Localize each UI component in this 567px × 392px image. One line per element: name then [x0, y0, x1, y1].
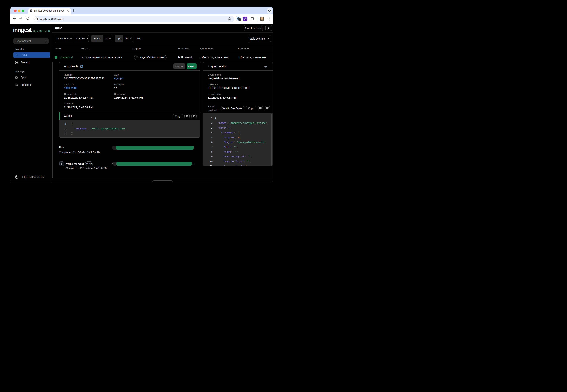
chevron-down-icon: [267, 38, 269, 40]
send-to-dev-server-button[interactable]: Send to Dev Server: [221, 106, 244, 111]
password-extension-icon[interactable]: [236, 16, 241, 21]
app-label: App: [117, 37, 121, 40]
settings-gear-button[interactable]: [266, 25, 272, 31]
time-filter-group: Queued at Last 3d: [55, 35, 89, 42]
column-header-ended: Ended at: [238, 47, 249, 50]
run-details-header: Run details Cancel Rerun: [59, 62, 200, 70]
function-link[interactable]: hello-world: [64, 86, 77, 89]
row-trigger-name: inngest/function.invoked: [140, 56, 165, 59]
reload-button[interactable]: [26, 16, 30, 20]
sidebar-item-label: Functions: [21, 83, 32, 86]
trigger-details-header: Trigger details: [203, 62, 273, 70]
url-bar[interactable]: localhost:8288/runs: [33, 16, 234, 22]
step-timeline-bar[interactable]: [116, 162, 192, 166]
minimize-window-button[interactable]: [18, 10, 20, 12]
main-panel: Runs Send Test Event Queued at L: [52, 24, 273, 182]
output-code-block[interactable]: 1{2 "message": "Hello test@example.com!"…: [59, 120, 200, 137]
payload-expand-button[interactable]: [265, 106, 270, 111]
help-and-feedback[interactable]: Help and Feedback: [15, 175, 44, 179]
apps-icon: [15, 76, 18, 79]
run-timeline-bar[interactable]: [116, 146, 194, 150]
select-chevrons-icon: [44, 40, 47, 42]
output-copy-button[interactable]: Copy: [173, 114, 183, 118]
table-header: Status Run ID Trigger Function Queued at…: [52, 45, 273, 52]
environment-select[interactable]: Development: [13, 38, 49, 44]
timeline-run-label: Run: [59, 146, 64, 149]
tab-curve: [71, 13, 73, 14]
field-label: Duration: [114, 83, 124, 86]
tab-close-icon[interactable]: [67, 10, 69, 12]
time-field-dropdown[interactable]: Queued at: [55, 35, 74, 42]
sidebar-item-stream[interactable]: Stream: [13, 60, 50, 65]
browser-menu-icon[interactable]: [269, 16, 269, 21]
code-line: 9 "source_app_id": "",: [203, 154, 273, 159]
payload-copy-button[interactable]: Copy: [246, 106, 256, 111]
expand-lines-icon: [193, 115, 195, 117]
tab-strip: Inngest Development Server: [10, 7, 273, 14]
zoom-window-button[interactable]: [22, 10, 24, 12]
open-external-icon[interactable]: [80, 65, 83, 68]
column-header-trigger: Trigger: [132, 47, 141, 50]
output-header: Output Copy: [59, 112, 200, 120]
sidebar-item-label: Apps: [21, 76, 27, 79]
back-button[interactable]: [13, 16, 16, 20]
site-info-icon[interactable]: [34, 16, 39, 22]
profile-avatar[interactable]: [260, 16, 264, 21]
status-filter-dropdown[interactable]: All: [103, 35, 112, 42]
output-wrap-button[interactable]: [184, 114, 190, 118]
payload-code-block[interactable]: 1{2 "name": "inngest/function.invoked",3…: [203, 113, 273, 166]
help-icon: [15, 175, 19, 179]
queued-at-value: 11/16/2024, 3:49:57 PM: [64, 96, 93, 99]
table-columns-dropdown[interactable]: Table columns: [248, 35, 271, 42]
run-table-row[interactable]: Completed 01JCVBTMV3WXY9D3CFDEJFZSB1 inn…: [52, 52, 273, 62]
column-header-run-id: Run ID: [81, 47, 90, 50]
row-trigger-badge[interactable]: inngest/function.invoked: [134, 55, 167, 60]
collapse-panel-icon[interactable]: [264, 65, 268, 68]
help-label: Help and Feedback: [21, 176, 44, 179]
code-line: 4 "_inngest": {: [203, 130, 273, 135]
output-accent-bar: [59, 112, 60, 120]
column-header-queued: Queued at: [200, 47, 213, 50]
sidebar-item-functions[interactable]: Functions: [13, 82, 50, 88]
inngest-logo: inngest: [13, 27, 31, 33]
output-expand-button[interactable]: [191, 114, 197, 118]
field-label: Queued at: [64, 93, 76, 95]
row-function: hello-world: [178, 56, 192, 59]
extensions-puzzle-icon[interactable]: [250, 16, 255, 21]
code-line: 7 "gid": "",: [203, 145, 273, 150]
close-window-button[interactable]: [14, 10, 16, 12]
step-timeline-tail: [192, 164, 194, 164]
dev-server-badge: DEV SERVER: [33, 30, 50, 32]
field-label: Event name: [208, 73, 222, 76]
status-filter-group: Status All: [91, 35, 112, 42]
duration-value: 1s: [114, 86, 117, 89]
code-line: 6 "fn_id": "my-app-hello-world",: [203, 140, 273, 145]
functions-icon: [15, 83, 18, 86]
payload-wrap-button[interactable]: [258, 106, 263, 111]
new-tab-button[interactable]: [72, 9, 75, 12]
footer-button-partial[interactable]: [152, 181, 173, 182]
gear-icon: [267, 27, 270, 30]
expand-step-button[interactable]: [59, 161, 64, 166]
details-scrollbar[interactable]: [52, 62, 53, 178]
payload-scrollbar[interactable]: [271, 114, 272, 166]
cancel-button[interactable]: Cancel: [173, 63, 185, 69]
app-filter-dropdown[interactable]: All: [123, 35, 133, 42]
send-test-event-button[interactable]: Send Test Event: [244, 25, 263, 31]
event-id-value: 01JCVBTMTKNHNHZ3SN64R51BQD: [208, 86, 248, 89]
forward-button[interactable]: [19, 16, 23, 20]
sidebar-item-apps[interactable]: Apps: [13, 75, 50, 80]
sidebar: inngest DEV SERVER Development Monitor: [10, 24, 52, 182]
browser-tab[interactable]: Inngest Development Server: [28, 8, 71, 14]
run-details-title: Run details: [64, 65, 78, 68]
environment-select-value: Development: [15, 40, 31, 42]
time-range-dropdown[interactable]: Last 3d: [74, 35, 89, 42]
rerun-button[interactable]: Rerun: [187, 63, 197, 69]
tab-search-button[interactable]: [267, 8, 272, 14]
chevron-down-icon: [109, 38, 111, 40]
url-text: localhost:8288/runs: [40, 18, 64, 21]
bookmark-star-icon[interactable]: [227, 16, 232, 21]
browser-extension-icon[interactable]: [243, 16, 247, 21]
sidebar-item-runs[interactable]: Runs: [13, 52, 50, 58]
app-link[interactable]: my-app: [114, 77, 124, 80]
